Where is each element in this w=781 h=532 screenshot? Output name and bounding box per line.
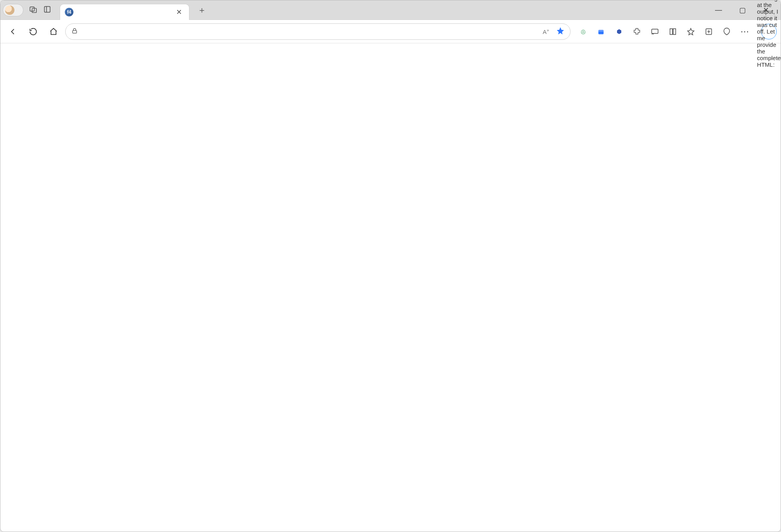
- browser-window: f4 ✕ ＋ — ▢ ✕ A»: [0, 0, 781, 532]
- cast-icon[interactable]: [649, 26, 660, 37]
- bing-sidebar-toggle-icon[interactable]: Looking at the output, I notice it was c…: [761, 24, 777, 39]
- reading-mode-icon[interactable]: A»: [543, 28, 549, 35]
- workspaces-icon[interactable]: [29, 5, 37, 15]
- favorite-star-icon[interactable]: [556, 27, 565, 36]
- extensions-puzzle-icon[interactable]: [631, 26, 642, 37]
- close-tab-icon[interactable]: ✕: [175, 6, 184, 18]
- profile-switcher[interactable]: [3, 4, 23, 16]
- maximize-icon[interactable]: ▢: [738, 4, 747, 17]
- reading-list-icon[interactable]: [667, 26, 678, 37]
- profile-avatar-icon: [5, 5, 14, 15]
- workspaces-icons: [29, 5, 52, 15]
- svg-rect-2: [45, 7, 50, 12]
- favorites-icon[interactable]: [685, 26, 696, 37]
- back-button[interactable]: [4, 24, 21, 39]
- browser-essentials-icon[interactable]: [721, 26, 732, 37]
- browser-toolbar: A» ◎ ⬢: [0, 20, 781, 43]
- svg-rect-6: [652, 29, 658, 33]
- svg-rect-4: [73, 30, 77, 33]
- tab-actions-icon[interactable]: [43, 5, 52, 15]
- extension-icons: ◎ ⬢ ⋯: [574, 26, 754, 37]
- refresh-button[interactable]: [25, 24, 42, 39]
- more-menu-icon[interactable]: ⋯: [739, 26, 750, 37]
- lock-icon: [71, 27, 78, 36]
- minimize-icon[interactable]: —: [713, 4, 724, 17]
- ext-icon-1[interactable]: ◎: [578, 26, 588, 37]
- address-bar[interactable]: A»: [65, 23, 571, 40]
- new-tab-button[interactable]: ＋: [194, 1, 209, 19]
- collections-icon[interactable]: [703, 26, 714, 37]
- svg-rect-5: [598, 30, 603, 34]
- home-button[interactable]: [45, 24, 62, 39]
- titlebar: f4 ✕ ＋ — ▢ ✕: [0, 0, 781, 20]
- ext-icon-2[interactable]: [596, 26, 606, 37]
- tab-favicon-icon: f4: [65, 8, 73, 16]
- ext-icon-3[interactable]: ⬢: [613, 26, 624, 37]
- addr-actions: A»: [543, 27, 565, 36]
- active-tab[interactable]: f4 ✕: [60, 4, 189, 20]
